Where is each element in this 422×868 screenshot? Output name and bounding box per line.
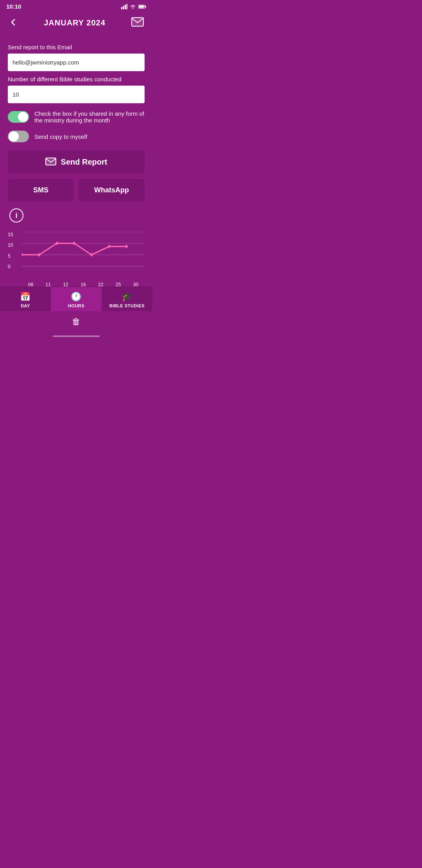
share-row: SMS WhatsApp <box>8 179 145 201</box>
chart-svg <box>22 232 145 279</box>
svg-rect-6 <box>145 6 147 7</box>
status-icons <box>121 4 146 9</box>
svg-rect-9 <box>46 158 56 165</box>
send-report-label: Send Report <box>61 158 107 167</box>
svg-point-14 <box>22 253 23 256</box>
send-report-button[interactable]: Send Report <box>8 150 145 174</box>
home-indicator <box>0 332 152 339</box>
status-bar: 10:10 <box>0 0 152 11</box>
main-content: Send report to this Email Number of diff… <box>0 36 152 287</box>
delete-button[interactable]: 🗑 <box>72 317 80 327</box>
copy-toggle-label: Send copy to myself <box>34 133 87 140</box>
copy-toggle-row: Send copy to myself <box>8 131 145 142</box>
svg-point-18 <box>90 253 93 256</box>
svg-rect-3 <box>127 4 128 9</box>
header: JANUARY 2024 <box>0 11 152 36</box>
day-label: DAY <box>21 303 30 308</box>
svg-point-4 <box>132 8 133 9</box>
copy-toggle[interactable] <box>8 131 29 142</box>
svg-point-20 <box>125 245 128 248</box>
bottom-nav: 📅 DAY 🕐 HOURS 🎓 BIBLE STUDIES <box>0 287 152 311</box>
delete-icon: 🗑 <box>72 317 80 326</box>
home-bar <box>53 335 100 337</box>
y-label-0: 0 <box>8 264 13 269</box>
mail-button[interactable] <box>129 14 146 31</box>
svg-point-15 <box>38 253 41 256</box>
whatsapp-button[interactable]: WhatsApp <box>79 179 145 201</box>
svg-rect-1 <box>123 6 124 9</box>
status-time: 10:10 <box>6 3 21 10</box>
delete-bar: 🗑 <box>0 311 152 332</box>
hours-label: HOURS <box>68 303 84 308</box>
nav-bible-studies[interactable]: 🎓 BIBLE STUDIES <box>102 287 152 311</box>
svg-point-16 <box>56 242 58 245</box>
email-input[interactable] <box>8 54 145 71</box>
y-label-15: 15 <box>8 232 13 237</box>
info-button[interactable]: i <box>9 208 23 222</box>
back-icon <box>9 18 18 27</box>
ministry-toggle-row: Check the box if you shared in any form … <box>8 110 145 124</box>
mail-icon <box>131 17 144 28</box>
hours-icon: 🕐 <box>71 292 82 302</box>
ministry-toggle-thumb <box>18 112 28 122</box>
battery-icon <box>138 4 146 9</box>
wifi-icon <box>130 4 136 9</box>
svg-point-19 <box>108 245 111 248</box>
ministry-toggle-label: Check the box if you shared in any form … <box>34 110 145 124</box>
header-title: JANUARY 2024 <box>44 18 106 27</box>
sms-button[interactable]: SMS <box>8 179 74 201</box>
svg-rect-7 <box>139 5 144 7</box>
bible-studies-input[interactable] <box>8 86 145 103</box>
nav-hours[interactable]: 🕐 HOURS <box>51 287 102 311</box>
ministry-toggle[interactable] <box>8 111 29 123</box>
svg-rect-0 <box>121 7 122 9</box>
send-report-icon <box>45 157 56 167</box>
email-section: Send report to this Email <box>8 44 145 71</box>
chart-area: 15 10 5 0 08 11 12 16 <box>8 232 145 279</box>
email-label: Send report to this Email <box>8 44 145 50</box>
y-label-10: 10 <box>8 242 13 248</box>
chart-y-labels: 15 10 5 0 <box>8 232 13 269</box>
svg-rect-2 <box>125 5 126 9</box>
bible-studies-nav-label: BIBLE STUDIES <box>109 303 145 308</box>
svg-rect-8 <box>132 18 143 26</box>
svg-point-17 <box>73 242 75 245</box>
info-row: i <box>8 208 145 222</box>
whatsapp-label: WhatsApp <box>94 186 129 194</box>
sms-label: SMS <box>33 186 48 194</box>
nav-day[interactable]: 📅 DAY <box>0 287 51 311</box>
signal-icon <box>121 4 127 9</box>
bible-studies-section: Number of different Bible studies conduc… <box>8 76 145 103</box>
day-icon: 📅 <box>20 292 31 302</box>
y-label-5: 5 <box>8 253 13 259</box>
copy-toggle-thumb <box>9 131 19 142</box>
back-button[interactable] <box>6 15 20 30</box>
bible-studies-icon: 🎓 <box>122 292 132 302</box>
bible-studies-label: Number of different Bible studies conduc… <box>8 76 145 82</box>
